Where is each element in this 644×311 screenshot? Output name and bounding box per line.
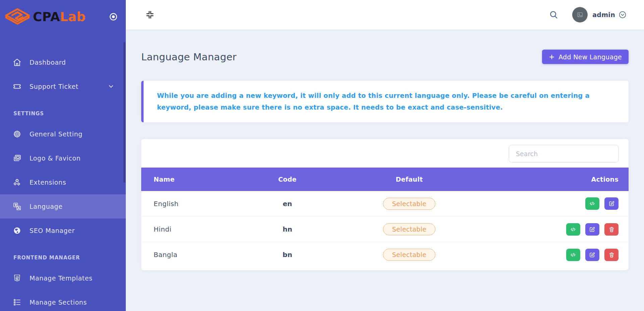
table-row: Bangla bn Selectable (141, 242, 629, 267)
sidebar-item-logo-favicon[interactable]: Logo & Favicon (0, 146, 126, 170)
sidebar-item-general-setting[interactable]: General Setting (0, 122, 126, 146)
sidebar-item-label: General Setting (30, 130, 83, 138)
language-code: en (239, 191, 336, 216)
logo-text: CPALab (33, 10, 86, 24)
sidebar-item-label: Manage Sections (30, 299, 87, 306)
main-content: Language Manager Add New Language While … (126, 29, 644, 270)
translate-icon (13, 202, 21, 211)
plus-icon (549, 54, 555, 60)
row-actions (482, 191, 629, 216)
chevron-down-circle-icon (619, 11, 627, 19)
table-row: English en Selectable (141, 191, 629, 216)
sidebar-nav: Dashboard Support Ticket SETTINGS Genera… (0, 50, 126, 311)
sidebar-item-seo-manager[interactable]: SEO Manager (0, 219, 126, 243)
compress-icon[interactable] (145, 10, 155, 19)
sidebar-section-settings: SETTINGS (0, 109, 126, 119)
delete-button[interactable] (604, 249, 619, 261)
edit-button[interactable] (585, 249, 599, 261)
sidebar-item-extensions[interactable]: Extensions (0, 170, 126, 194)
table-row: Hindi hn Selectable (141, 216, 629, 242)
row-actions (482, 216, 629, 242)
sidebar-item-language[interactable]: Language (0, 194, 126, 219)
trash-icon (608, 226, 615, 233)
delete-button[interactable] (604, 223, 619, 236)
selectable-badge[interactable]: Selectable (383, 198, 435, 210)
add-new-language-button[interactable]: Add New Language (542, 50, 629, 64)
brand-logo[interactable]: CPALab (0, 0, 126, 34)
content-column: admin Language Manager Add New Language … (126, 0, 644, 311)
sidebar-item-label: Manage Templates (30, 274, 93, 282)
cogs-icon (13, 178, 21, 187)
row-actions (482, 242, 629, 267)
sidebar-item-label: Extensions (30, 179, 66, 186)
search-input[interactable] (509, 145, 619, 163)
language-table-card: Name Code Default Actions English en Sel… (141, 139, 629, 270)
add-new-language-label: Add New Language (558, 53, 622, 61)
sidebar-item-dashboard[interactable]: Dashboard (0, 50, 126, 74)
edit-icon (608, 200, 615, 207)
language-table: Name Code Default Actions English en Sel… (141, 168, 629, 267)
sidebar-item-label: Logo & Favicon (30, 154, 80, 162)
language-name: Bangla (141, 242, 239, 267)
edit-icon (589, 226, 595, 233)
sidebar-item-label: SEO Manager (30, 227, 75, 234)
sidebar-scrollbar[interactable] (123, 42, 125, 183)
language-name: Hindi (141, 216, 239, 242)
username: admin (592, 11, 615, 18)
html5-icon (13, 274, 21, 283)
column-header-default: Default (336, 168, 482, 191)
language-name: English (141, 191, 239, 216)
table-header-row: Name Code Default Actions (141, 168, 629, 191)
image-placeholder-icon (577, 11, 583, 18)
code-icon (570, 252, 576, 258)
home-icon (13, 58, 21, 67)
sidebar-item-manage-templates[interactable]: Manage Templates (0, 266, 126, 290)
logo-text-secondary: Lab (60, 10, 86, 24)
gear-icon (13, 130, 21, 138)
circle-dot-icon[interactable] (109, 12, 118, 21)
chevron-down-icon (108, 83, 114, 90)
table-toolbar (141, 139, 629, 168)
logo-text-primary: CPA (33, 10, 60, 24)
code-icon (589, 200, 595, 207)
sidebar-section-frontend-manager: FRONTEND MANAGER (0, 253, 126, 263)
language-code: bn (239, 242, 336, 267)
top-header: admin (126, 0, 644, 29)
code-icon (570, 226, 576, 233)
selectable-badge[interactable]: Selectable (383, 223, 435, 235)
globe-icon (13, 226, 21, 235)
selectable-badge[interactable]: Selectable (383, 249, 435, 261)
list-icon (13, 298, 21, 307)
cpalab-logo-icon (5, 8, 30, 26)
sidebar-item-label: Dashboard (30, 59, 66, 66)
language-code: hn (239, 216, 336, 242)
keywords-button[interactable] (566, 249, 580, 261)
edit-icon (589, 252, 595, 258)
sidebar-item-support-ticket[interactable]: Support Ticket (0, 74, 126, 99)
avatar (572, 7, 588, 22)
page-head: Language Manager Add New Language (141, 50, 629, 64)
edit-button[interactable] (585, 223, 599, 236)
alert-text: While you are adding a new keyword, it w… (157, 90, 615, 113)
sidebar-item-label: Language (30, 203, 63, 210)
keywords-button[interactable] (585, 197, 599, 210)
user-menu[interactable]: admin (572, 7, 627, 22)
sidebar-item-label: Support Ticket (30, 83, 78, 90)
images-icon (13, 154, 21, 163)
alert-note: While you are adding a new keyword, it w… (141, 81, 629, 122)
column-header-code: Code (239, 168, 336, 191)
trash-icon (608, 252, 615, 258)
ticket-icon (13, 82, 21, 91)
keywords-button[interactable] (566, 223, 580, 236)
sidebar: CPALab Dashboard Support Ticket SETTINGS (0, 0, 126, 311)
search-icon[interactable] (549, 10, 559, 20)
sidebar-item-manage-sections[interactable]: Manage Sections (0, 290, 126, 311)
column-header-actions: Actions (482, 168, 629, 191)
edit-button[interactable] (604, 197, 619, 210)
column-header-name: Name (141, 168, 239, 191)
header-right: admin (549, 7, 627, 22)
page-title: Language Manager (141, 51, 236, 63)
